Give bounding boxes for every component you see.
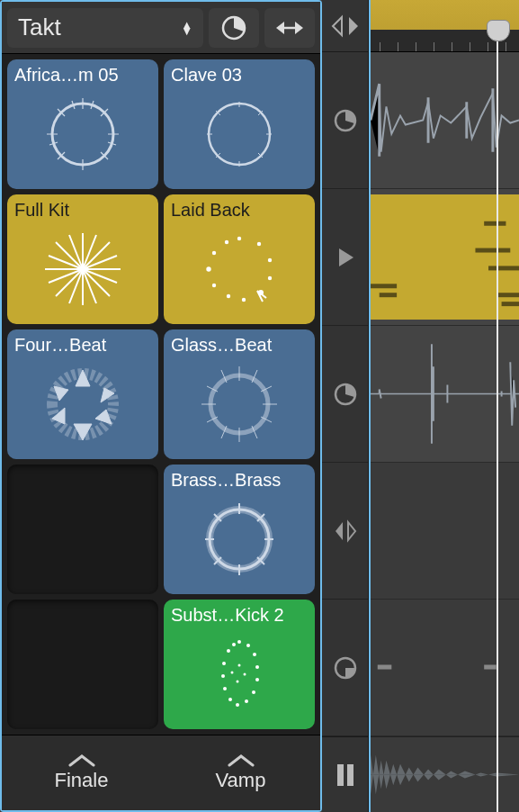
scene-label: Finale [55, 769, 109, 792]
split-icon [332, 519, 359, 544]
burst-icon [14, 220, 151, 319]
pie-icon [332, 381, 359, 408]
loop-cell[interactable]: Clave 03 [164, 59, 315, 189]
svg-rect-99 [484, 221, 506, 226]
resize-button[interactable] [264, 8, 315, 48]
svg-point-43 [268, 276, 272, 280]
dotted-ring-icon [171, 220, 308, 319]
pause-all-button[interactable] [322, 736, 368, 812]
timeline-area[interactable] [369, 0, 519, 812]
svg-rect-105 [378, 664, 392, 669]
cell-label: Africa…m 05 [14, 65, 151, 85]
empty-cell[interactable] [7, 600, 158, 729]
row-control-button[interactable] [322, 52, 368, 189]
svg-line-27 [83, 269, 110, 296]
loop-cell[interactable]: Africa…m 05 [7, 59, 158, 189]
live-loops-panel: Takt ▲▼ Africa…m 05 [0, 0, 322, 812]
expand-horizontal-icon [331, 14, 360, 39]
svg-point-77 [255, 665, 259, 669]
row-control-button[interactable] [322, 600, 368, 736]
cell-label: Four…Beat [14, 335, 151, 355]
svg-rect-95 [337, 764, 344, 786]
dots-oval-icon [171, 625, 308, 724]
svg-point-41 [257, 242, 261, 246]
svg-point-49 [212, 251, 216, 255]
row-control-button[interactable] [322, 189, 368, 326]
svg-line-29 [56, 269, 83, 296]
svg-point-50 [225, 240, 228, 244]
divider-expand-button[interactable] [322, 0, 368, 52]
play-icon [334, 246, 357, 269]
svg-point-80 [245, 699, 248, 703]
cell-label: Glass…Beat [171, 335, 308, 355]
cell-label: Laid Back [171, 200, 308, 220]
svg-point-74 [237, 640, 241, 644]
fuzzy-ring-icon [171, 355, 308, 454]
svg-point-85 [222, 662, 226, 665]
panel-toolbar: Takt ▲▼ [2, 2, 320, 54]
chevron-up-icon [228, 754, 255, 767]
svg-point-46 [227, 294, 230, 298]
svg-point-82 [228, 698, 232, 701]
loop-cell[interactable]: Four…Beat [7, 329, 158, 459]
loop-cell[interactable]: Full Kit [7, 194, 158, 324]
svg-point-51 [210, 375, 268, 433]
svg-rect-100 [475, 248, 510, 253]
svg-point-88 [238, 664, 241, 667]
divider-column [322, 0, 369, 812]
svg-rect-96 [347, 764, 353, 786]
svg-point-90 [237, 681, 239, 683]
dropdown-label: Takt [18, 14, 61, 41]
svg-point-91 [231, 672, 234, 674]
cell-grid: Africa…m 05 Clave 03 Full Kit Laid Back [2, 54, 320, 735]
scene-button-vamp[interactable]: Vamp [161, 735, 320, 810]
svg-point-76 [253, 653, 256, 656]
svg-point-42 [268, 258, 272, 262]
svg-point-40 [237, 237, 241, 240]
pie-icon [219, 14, 248, 42]
pause-icon [335, 762, 356, 788]
svg-point-83 [223, 687, 227, 690]
scene-row: Finale Vamp [2, 735, 320, 810]
svg-point-75 [246, 644, 250, 647]
loop-cell[interactable]: Glass…Beat [164, 329, 315, 459]
pie-icon [332, 654, 359, 681]
svg-rect-97 [371, 284, 397, 288]
row-controls [322, 52, 368, 736]
svg-rect-106 [484, 664, 497, 669]
loop-cell[interactable]: Laid Back [164, 194, 315, 324]
cell-label: Subst…Kick 2 [171, 605, 308, 625]
empty-cell[interactable] [7, 465, 158, 594]
svg-point-45 [242, 298, 246, 302]
svg-point-86 [227, 649, 230, 653]
svg-point-84 [221, 674, 225, 678]
loop-cell[interactable]: Subst…Kick 2 [164, 600, 315, 729]
cell-label: Brass…Brass [171, 470, 308, 490]
cell-label: Full Kit [14, 200, 151, 220]
chevron-up-icon [68, 754, 95, 767]
resize-horizontal-icon [273, 17, 306, 39]
waveform-ring-icon [171, 490, 308, 589]
cell-label: Clave 03 [171, 65, 308, 85]
scene-label: Vamp [216, 769, 266, 792]
svg-rect-101 [488, 266, 519, 270]
svg-point-81 [236, 703, 239, 707]
svg-rect-98 [380, 293, 397, 297]
svg-point-87 [232, 643, 236, 646]
playhead[interactable] [497, 27, 498, 812]
row-control-button[interactable] [322, 326, 368, 463]
svg-point-78 [255, 678, 259, 681]
pie-icon [332, 107, 359, 134]
row-control-button[interactable] [322, 463, 368, 600]
loop-cell[interactable]: Brass…Brass [164, 465, 315, 594]
svg-point-47 [212, 284, 216, 287]
svg-point-89 [244, 673, 246, 676]
svg-rect-102 [497, 293, 519, 297]
svg-line-31 [56, 242, 83, 269]
scene-button-finale[interactable]: Finale [2, 735, 161, 810]
quantize-dropdown[interactable]: Takt ▲▼ [7, 8, 203, 48]
svg-line-25 [83, 242, 110, 269]
svg-rect-103 [502, 302, 519, 306]
spike-ring-icon [14, 355, 151, 454]
pie-mode-button[interactable] [209, 8, 259, 48]
